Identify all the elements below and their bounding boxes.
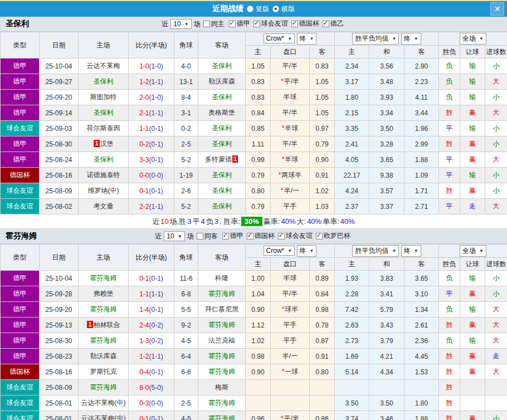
col-header-odds-away: 客 <box>310 258 335 271</box>
league-filter[interactable]: 德甲 <box>222 231 243 241</box>
mean-away-cell: 1.80 <box>404 395 439 411</box>
summary-segment: 大: <box>297 217 306 227</box>
scope-value: 全场 <box>462 34 476 43</box>
odds-home-cell: 0.85 <box>246 121 271 136</box>
result-wdl-cell: 胜 <box>439 395 460 411</box>
league-filter[interactable]: 欧罗巴杯 <box>316 231 350 241</box>
match-row: 球会友谊25-08-09霍芬海姆8-0(5-0)梅斯胜 <box>1 380 507 395</box>
checkbox-icon[interactable] <box>247 233 254 240</box>
odds-away-cell <box>310 395 335 411</box>
matches-tbody: 德甲25-10-04云达不莱梅1-0(1-0)4-0圣保利1.05平/半0.83… <box>1 58 507 214</box>
handicap-cell: *一球 <box>271 364 310 380</box>
col-header-type: 类型 <box>1 32 40 58</box>
odds-away-cell: 1.05 <box>310 90 335 105</box>
handicap-cell: 平手 <box>271 318 310 333</box>
away-team-name: 科隆 <box>215 274 228 282</box>
mean-source-select[interactable]: 胜平负均值 ▼ <box>352 33 399 45</box>
score-cell: 3-3(0-1) <box>129 152 174 168</box>
odds-source-value: Crow* <box>266 35 285 42</box>
mean-home-cell: 2.73 <box>335 333 369 349</box>
away-team-name: 拜仁慕尼黑 <box>205 305 238 313</box>
chevron-down-icon: ▼ <box>414 36 418 41</box>
checkbox-icon[interactable] <box>316 233 323 240</box>
checkbox-icon[interactable] <box>323 21 329 27</box>
league-filter[interactable]: 球会友谊 <box>278 231 313 241</box>
date-cell: 25-08-09 <box>40 183 79 199</box>
league-filter[interactable]: 德国杯 <box>247 231 275 241</box>
summary-segment: 负 <box>206 217 213 227</box>
same-venue-checkbox[interactable] <box>197 233 203 240</box>
result-goals-cell: 小 <box>485 183 507 199</box>
checkbox-icon[interactable] <box>222 233 229 240</box>
chevron-down-icon: ▼ <box>310 36 314 41</box>
odds-home-cell <box>246 395 271 411</box>
league-cell: 球会友谊 <box>1 395 40 411</box>
same-venue-checkbox[interactable] <box>203 21 210 27</box>
league-filter-label: 德国杯 <box>255 231 275 241</box>
mean-away-cell: 3.10 <box>404 286 439 302</box>
col-header-mean-home: 主 <box>335 258 369 271</box>
match-count-select[interactable]: 10 ▼ <box>170 19 191 29</box>
result-goals-cell: 小 <box>485 411 507 420</box>
handicap-cell: *半球 <box>271 121 310 136</box>
vertical-layout-radio[interactable] <box>247 6 254 12</box>
mean-away-cell: 2.61 <box>404 318 439 333</box>
odds-away-cell: 0.83 <box>310 58 335 74</box>
corners-cell: 5-2 <box>174 152 198 168</box>
home-team-name: 霍芬海姆 <box>90 274 117 282</box>
checkbox-icon[interactable] <box>229 21 236 27</box>
odds-source-value: Crow* <box>266 247 285 255</box>
odds-source-select[interactable]: Crow* ▼ <box>264 246 295 256</box>
horizontal-layout-label: 横版 <box>281 4 295 14</box>
near-label: 近 <box>155 232 162 241</box>
odds-source-select[interactable]: Crow* ▼ <box>264 33 295 43</box>
result-handicap-cell: 输 <box>460 271 485 286</box>
league-filter[interactable]: 德乙 <box>323 19 344 28</box>
red-card-badge: 1 <box>94 140 99 147</box>
home-team-cell: 圣保利 <box>79 105 129 121</box>
scope-select[interactable]: 全场 ▼ <box>460 245 486 257</box>
home-team-name: 维罗纳(中) <box>88 187 119 194</box>
away-team-name: 霍芬海姆 <box>208 352 235 360</box>
mean-away-cell: 2.99 <box>404 136 439 152</box>
match-count-select[interactable]: 10 ▼ <box>164 231 184 241</box>
chevron-down-icon: ▼ <box>184 22 189 27</box>
checkbox-icon[interactable] <box>278 233 285 240</box>
odds-away-cell: 0.87 <box>310 333 335 349</box>
match-count-value: 10 <box>167 232 174 240</box>
odds-final-select[interactable]: 终 ▼ <box>297 245 317 257</box>
close-button[interactable]: ✕ <box>490 2 504 16</box>
away-team-name: 圣保利 <box>212 93 232 101</box>
mean-final-select[interactable]: 终 ▼ <box>401 245 421 257</box>
mean-draw-cell: 4.21 <box>369 349 404 364</box>
league-filter[interactable]: 德甲 <box>229 19 250 28</box>
away-team-name: 霍芬海姆 <box>208 321 235 329</box>
home-team-name: 斯图加特 <box>90 93 117 101</box>
mean-draw-cell <box>369 380 404 395</box>
odds-home-cell <box>246 380 271 395</box>
league-filter[interactable]: 德国杯 <box>291 19 319 28</box>
scope-select[interactable]: 全场 ▼ <box>460 33 486 45</box>
mean-final-select[interactable]: 终 ▼ <box>401 33 421 45</box>
same-venue-label: 同主 <box>211 19 225 29</box>
home-team-name: 霍芬海姆 <box>90 336 117 344</box>
league-filter[interactable]: 球会友谊 <box>254 19 288 28</box>
handicap-cell <box>271 395 310 411</box>
mean-source-select[interactable]: 胜平负均值 ▼ <box>352 245 399 257</box>
checkbox-icon[interactable] <box>291 21 298 27</box>
score-cell: 1-2(1-1) <box>129 349 174 364</box>
corners-cell: 13-1 <box>174 74 198 90</box>
result-handicap-cell: 输 <box>460 168 485 183</box>
odds-final-select[interactable]: 终 ▼ <box>297 33 317 45</box>
same-venue-filter[interactable]: 同客 <box>197 232 218 241</box>
summary-bar: 近10场,胜3平4负3, 胜率:30%赢率:40% 大:40% 单率:40% <box>0 214 507 229</box>
col-header-result-handicap: 让球 <box>460 46 485 58</box>
same-venue-filter[interactable]: 同主 <box>203 19 225 29</box>
away-team-cell: 圣保利 <box>198 90 246 105</box>
away-team-cell: 霍芬海姆 <box>198 318 246 333</box>
checkbox-icon[interactable] <box>254 21 260 27</box>
result-handicap-cell: 赢 <box>460 349 485 364</box>
corners-cell <box>174 380 198 395</box>
date-cell: 25-09-13 <box>40 318 79 333</box>
horizontal-layout-radio[interactable] <box>272 6 279 12</box>
